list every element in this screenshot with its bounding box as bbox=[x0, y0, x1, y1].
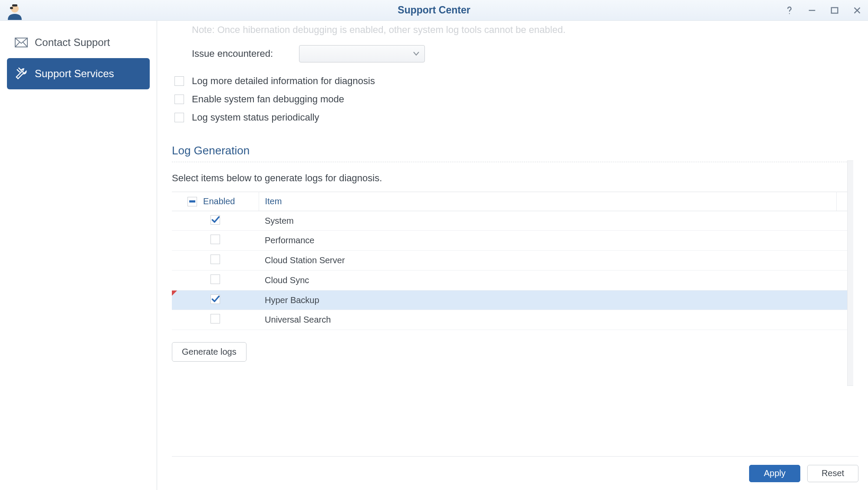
log-generation-table: Enabled Item SystemPerformanceCloud Stat… bbox=[172, 192, 849, 330]
svg-rect-5 bbox=[832, 8, 838, 13]
column-header-item[interactable]: Item bbox=[259, 192, 837, 211]
table-cell-item: Cloud Station Server bbox=[259, 251, 837, 271]
row-checkbox[interactable] bbox=[210, 235, 220, 244]
table-cell-enable bbox=[172, 310, 259, 330]
table-cell-item: System bbox=[259, 211, 837, 231]
log-generation-desc: Select items below to generate logs for … bbox=[172, 162, 849, 192]
sidebar-item-label: Support Services bbox=[35, 68, 114, 80]
table-cell-item: Cloud Sync bbox=[259, 271, 837, 291]
table-row[interactable]: Cloud Sync bbox=[172, 271, 849, 291]
scrollbar[interactable] bbox=[847, 160, 853, 386]
checkbox-periodic-status-label: Log system status periodically bbox=[192, 112, 319, 123]
checkbox-periodic-status[interactable] bbox=[174, 113, 184, 122]
issue-encountered-label: Issue encountered: bbox=[192, 48, 273, 59]
generate-logs-button[interactable]: Generate logs bbox=[172, 342, 247, 362]
svg-rect-1 bbox=[10, 7, 13, 9]
log-generation-heading: Log Generation bbox=[172, 144, 849, 162]
table-cell-enable bbox=[172, 291, 259, 310]
sidebar-item-contact-support[interactable]: Contact Support bbox=[7, 27, 150, 58]
row-checkbox[interactable] bbox=[210, 215, 220, 225]
chevron-down-icon bbox=[413, 50, 419, 58]
table-row[interactable]: System bbox=[172, 211, 849, 231]
help-button[interactable] bbox=[783, 4, 796, 17]
checkbox-select-all[interactable] bbox=[187, 197, 197, 206]
table-row[interactable]: Cloud Station Server bbox=[172, 251, 849, 271]
table-cell-item: Universal Search bbox=[259, 310, 837, 330]
table-row[interactable]: Performance bbox=[172, 231, 849, 251]
table-cell-enable bbox=[172, 231, 259, 251]
close-button[interactable] bbox=[851, 4, 864, 17]
checkbox-detailed-log-label: Log more detailed information for diagno… bbox=[192, 75, 375, 87]
checkbox-detailed-log[interactable] bbox=[174, 76, 184, 86]
hibernation-note: Note: Once hibernation debugging is enab… bbox=[172, 21, 849, 42]
tools-icon bbox=[15, 67, 28, 80]
scroll-area[interactable]: Note: Once hibernation debugging is enab… bbox=[172, 21, 853, 456]
issue-encountered-row: Issue encountered: bbox=[172, 42, 849, 72]
table-cell-item: Performance bbox=[259, 231, 837, 251]
table-cell-enable bbox=[172, 271, 259, 291]
row-checkbox[interactable] bbox=[210, 314, 220, 323]
row-checkbox[interactable] bbox=[210, 255, 220, 264]
column-header-enabled[interactable]: Enabled bbox=[172, 192, 259, 211]
window-controls bbox=[783, 0, 864, 21]
reset-button[interactable]: Reset bbox=[807, 465, 858, 482]
window-title: Support Center bbox=[0, 4, 868, 16]
envelope-icon bbox=[15, 36, 28, 49]
content-pane: Note: Once hibernation debugging is enab… bbox=[157, 21, 868, 490]
sidebar: Contact Support Support Services bbox=[0, 21, 157, 490]
maximize-button[interactable] bbox=[828, 4, 841, 17]
table-row[interactable]: Hyper Backup bbox=[172, 291, 849, 310]
apply-button[interactable]: Apply bbox=[749, 465, 800, 482]
dirty-indicator-icon bbox=[172, 291, 177, 296]
table-cell-enable bbox=[172, 211, 259, 231]
footer-bar: Apply Reset bbox=[172, 456, 858, 490]
checkbox-fan-debug[interactable] bbox=[174, 95, 184, 104]
sidebar-item-support-services[interactable]: Support Services bbox=[7, 58, 150, 89]
table-row[interactable]: Universal Search bbox=[172, 310, 849, 330]
issue-encountered-select[interactable] bbox=[299, 45, 425, 62]
table-cell-enable bbox=[172, 251, 259, 271]
sidebar-item-label: Contact Support bbox=[35, 36, 110, 49]
table-cell-item: Hyper Backup bbox=[259, 291, 837, 310]
svg-point-3 bbox=[789, 13, 790, 14]
checkbox-fan-debug-label: Enable system fan debugging mode bbox=[192, 94, 344, 105]
row-checkbox[interactable] bbox=[210, 294, 220, 304]
column-header-enabled-label: Enabled bbox=[203, 196, 235, 206]
row-checkbox[interactable] bbox=[210, 274, 220, 284]
title-bar: Support Center bbox=[0, 0, 868, 21]
svg-rect-2 bbox=[12, 4, 17, 7]
app-icon bbox=[5, 2, 24, 21]
minimize-button[interactable] bbox=[806, 4, 819, 17]
column-header-item-label: Item bbox=[265, 196, 282, 206]
